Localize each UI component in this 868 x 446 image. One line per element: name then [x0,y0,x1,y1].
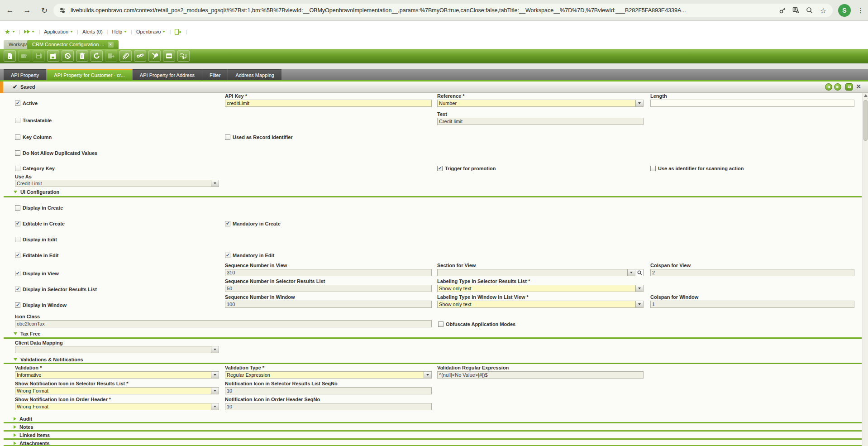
subtab-address-mapping[interactable]: Address Mapping [228,69,281,80]
alerts-menu[interactable]: Alerts (0) [82,29,103,34]
grid-view-button[interactable] [163,50,175,62]
client-data-mapping-select[interactable] [15,346,219,353]
zoom-icon[interactable] [805,5,815,15]
section-notes[interactable]: Notes [14,424,33,430]
length-input[interactable] [650,100,854,107]
reference-select[interactable]: Number [437,100,644,107]
editable-in-create-checkbox[interactable] [15,221,20,226]
tab-crm-connector-configuration[interactable]: CRM Connector Configuration ... ✕ [27,40,119,49]
trigger-for-promotion-checkbox[interactable] [437,166,443,171]
subtab-api-property-for-customer[interactable]: API Property for Customer - cr... [47,69,132,80]
mandatory-in-create-checkbox[interactable] [225,221,230,226]
section-audit[interactable]: Audit [14,416,32,422]
cancel-button[interactable] [62,50,74,62]
editable-in-edit-checkbox[interactable] [15,253,20,258]
dropdown-button[interactable] [627,269,635,276]
show-notification-icon-in-order-header-select[interactable]: Wrong Format [15,403,219,410]
dropdown-button[interactable] [211,388,219,394]
do-not-allow-duplicated-values-checkbox[interactable] [15,150,20,156]
translatable-checkbox[interactable] [15,118,20,123]
labeling-type-in-window-in-list-view-select[interactable]: Show only text [437,301,644,308]
url-text[interactable]: livebuilds.openbravo.com/context/retail_… [71,7,774,14]
dropdown-button[interactable] [211,346,219,353]
mandatory-in-edit-checkbox[interactable] [225,253,230,258]
scroll-up-icon[interactable] [864,94,868,97]
labeling-type-in-selector-results-list-select[interactable]: Show only text [437,285,644,292]
icon-class-input[interactable]: obc2IconTax [15,320,432,327]
record-toolbar: x x [0,49,868,63]
dropdown-button[interactable] [211,403,219,410]
refresh-button[interactable] [91,50,103,62]
openbravo-menu[interactable]: Openbravo [136,29,165,34]
edit-record-button[interactable] [18,50,30,62]
previous-record-button[interactable]: ◀ [825,83,832,91]
address-bar[interactable]: livebuilds.openbravo.com/context/retail_… [53,4,833,17]
export-button[interactable] [105,50,117,62]
use-as-identifier-for-scanning-action-checkbox-row: Use as identifier for scanning action [650,166,744,171]
display-in-selector-results-list-checkbox[interactable] [15,287,20,292]
subtab-filter[interactable]: Filter [202,69,228,80]
delete-button[interactable] [76,50,88,62]
section-ui-configuration[interactable]: UI Configuration [14,189,59,195]
category-key-checkbox[interactable] [15,166,20,171]
section-validations-notifications[interactable]: Validations & Notifications [14,357,83,362]
display-in-window-checkbox[interactable] [15,302,20,308]
link-button[interactable] [134,50,146,62]
show-notification-icon-in-selector-results-list-select[interactable]: Wrong Format [15,387,219,394]
dropdown-button[interactable] [635,100,643,106]
application-menu[interactable]: Application [44,29,73,34]
scrollbar-thumb[interactable] [863,100,868,141]
next-record-button[interactable]: ▶ [834,83,841,91]
subtab-api-property-for-address[interactable]: API Property for Address [133,69,202,80]
key-column-checkbox[interactable] [15,134,20,140]
sequence-number-in-window-input: 100 [225,301,432,308]
display-in-create-checkbox-row: Display in Create [15,205,63,211]
reload-layout-button[interactable] [177,50,190,62]
new-record-button[interactable]: x [4,50,16,62]
help-menu[interactable]: Help [112,29,127,34]
obfuscate-application-modes-checkbox[interactable] [438,321,444,327]
dropdown-button[interactable] [424,372,431,378]
translate-icon[interactable] [791,5,801,15]
logout-button[interactable]: ➜ [175,29,181,35]
validation-select[interactable]: Informative [15,371,219,379]
chevron-down-icon [32,31,34,33]
subtab-api-property[interactable]: API Property [4,69,46,80]
browser-back-button[interactable]: ← [4,4,16,17]
display-in-edit-checkbox[interactable] [15,237,20,242]
bookmark-star-icon[interactable]: ☆ [818,5,828,15]
browser-menu-icon[interactable]: ⋮ [855,4,866,17]
tools-button[interactable] [148,50,161,62]
close-tab-icon[interactable]: ✕ [108,42,114,48]
section-tax-free[interactable]: Tax Free [14,331,40,336]
attachment-button[interactable] [119,50,132,62]
used-as-record-identifier-checkbox[interactable] [225,134,230,140]
active-checkbox[interactable] [15,101,20,106]
browser-forward-button[interactable]: → [21,4,33,17]
browser-reload-button[interactable]: ↻ [38,4,51,17]
maximize-form-button[interactable] [845,83,853,91]
display-in-create-checkbox[interactable] [15,205,20,211]
recent-views-menu[interactable] [24,30,34,34]
site-info-icon[interactable] [58,6,67,15]
dropdown-button[interactable] [211,180,219,187]
vertical-scrollbar[interactable] [863,93,868,446]
display-in-view-checkbox[interactable] [15,271,20,276]
save-and-close-button[interactable]: x [47,50,59,62]
password-key-icon[interactable] [777,5,787,15]
api-key-input[interactable]: creditLimit [225,100,432,107]
dropdown-button[interactable] [635,301,643,307]
dropdown-button[interactable] [211,372,219,378]
section-for-view-select[interactable] [437,269,635,276]
use-as-select[interactable]: Credit Limit [15,180,219,187]
browser-profile-avatar[interactable]: S [838,4,851,17]
close-form-button[interactable]: ✕ [855,83,862,90]
dropdown-button[interactable] [635,285,643,292]
section-for-view-search-button[interactable] [636,269,644,276]
favorites-menu[interactable]: ★ [5,29,15,34]
save-button[interactable] [33,50,45,62]
use-as-identifier-for-scanning-action-checkbox[interactable] [650,166,656,171]
validation-type-select[interactable]: Regular Expression [225,371,432,379]
section-linked-items[interactable]: Linked Items [14,432,50,438]
chevron-down-icon [12,31,15,33]
